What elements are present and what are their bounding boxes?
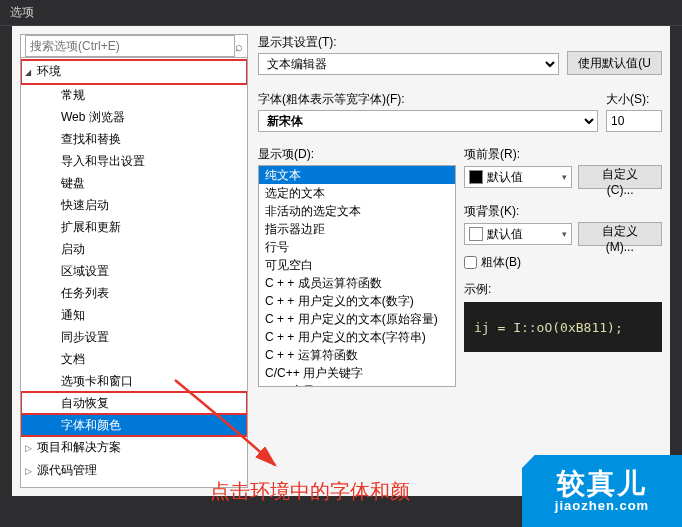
bold-label: 粗体(B) [481,254,521,271]
search-input[interactable] [25,35,235,57]
custom-fg-button[interactable]: 自定义(C)... [578,165,662,189]
tree-item[interactable]: Web 浏览器 [21,106,247,128]
watermark-title: 较真儿 [557,470,647,498]
list-item[interactable]: 指示器边距 [259,220,455,238]
size-input[interactable] [606,110,662,132]
tree-item-fonts-colors[interactable]: 字体和颜色 [21,414,247,436]
show-settings-label: 显示其设置(T): [258,34,559,51]
tree-item[interactable]: 导入和导出设置 [21,150,247,172]
chevron-down-icon: ▾ [562,172,567,182]
list-item[interactable]: 纯文本 [259,166,455,184]
tree-item[interactable]: 键盘 [21,172,247,194]
tree-item[interactable]: 查找和替换 [21,128,247,150]
size-label: 大小(S): [606,91,662,108]
bold-checkbox[interactable] [464,256,477,269]
list-item[interactable]: C++ 变量 [259,382,455,387]
sample-preview: ij = I::oO(0xB811); [464,302,662,352]
item-bg-label: 项背景(K): [464,203,662,220]
item-bg-select[interactable]: 默认值 ▾ [464,223,572,245]
tree-item[interactable]: 同步设置 [21,326,247,348]
tree-item[interactable]: 任务列表 [21,282,247,304]
tree-item[interactable]: 自动恢复 [21,392,247,414]
list-item[interactable]: C + + 成员运算符函数 [259,274,455,292]
tree-item[interactable]: 扩展和更新 [21,216,247,238]
window-title: 选项 [10,5,34,19]
display-items-list[interactable]: 纯文本 选定的文本 非活动的选定文本 指示器边距 行号 可见空白 C + + 成… [258,165,456,387]
color-swatch-icon [469,227,483,241]
right-panel: 显示其设置(T): 文本编辑器 使用默认值(U 字体(粗体表示等宽字体)(F):… [258,34,662,488]
search-icon: ⌕ [235,39,243,54]
titlebar: 选项 [0,0,682,26]
tree-item[interactable]: 快速启动 [21,194,247,216]
tree-item[interactable]: 常规 [21,84,247,106]
tree-item[interactable]: 区域设置 [21,260,247,282]
use-default-button[interactable]: 使用默认值(U [567,51,662,75]
list-item[interactable]: C/C++ 用户关键字 [259,364,455,382]
list-item[interactable]: C + + 运算符函数 [259,346,455,364]
font-select[interactable]: 新宋体 [258,110,598,132]
watermark: 较真儿 jiaozhen.com [522,455,682,527]
tree-root-environment[interactable]: 环境 [21,60,247,84]
annotation-text: 点击环境中的字体和颜 [210,478,410,505]
chevron-down-icon: ▾ [562,229,567,239]
color-swatch-icon [469,170,483,184]
tree-item[interactable]: 启动 [21,238,247,260]
list-item[interactable]: C + + 用户定义的文本(原始容量) [259,310,455,328]
left-panel: ⌕ 环境 常规 Web 浏览器 查找和替换 导入和导出设置 键盘 快速启动 扩展… [20,34,248,488]
show-settings-select[interactable]: 文本编辑器 [258,53,559,75]
list-item[interactable]: 行号 [259,238,455,256]
search-box[interactable]: ⌕ [20,34,248,58]
item-fg-select[interactable]: 默认值 ▾ [464,166,572,188]
options-tree[interactable]: 环境 常规 Web 浏览器 查找和替换 导入和导出设置 键盘 快速启动 扩展和更… [20,58,248,488]
watermark-url: jiaozhen.com [555,498,649,513]
list-item[interactable]: 选定的文本 [259,184,455,202]
list-item[interactable]: C + + 用户定义的文本(数字) [259,292,455,310]
list-item[interactable]: 可见空白 [259,256,455,274]
list-item[interactable]: C + + 用户定义的文本(字符串) [259,328,455,346]
display-items-label: 显示项(D): [258,146,456,163]
custom-bg-button[interactable]: 自定义(M)... [578,222,662,246]
tree-item[interactable]: 文档 [21,348,247,370]
item-fg-label: 项前景(R): [464,146,662,163]
item-bg-value: 默认值 [487,226,523,243]
font-label: 字体(粗体表示等宽字体)(F): [258,91,598,108]
options-dialog: ⌕ 环境 常规 Web 浏览器 查找和替换 导入和导出设置 键盘 快速启动 扩展… [12,26,670,496]
list-item[interactable]: 非活动的选定文本 [259,202,455,220]
tree-item[interactable]: 项目和解决方案 [21,436,247,459]
item-fg-value: 默认值 [487,169,523,186]
tree-item[interactable]: 选项卡和窗口 [21,370,247,392]
sample-label: 示例: [464,281,662,298]
tree-item[interactable]: 通知 [21,304,247,326]
